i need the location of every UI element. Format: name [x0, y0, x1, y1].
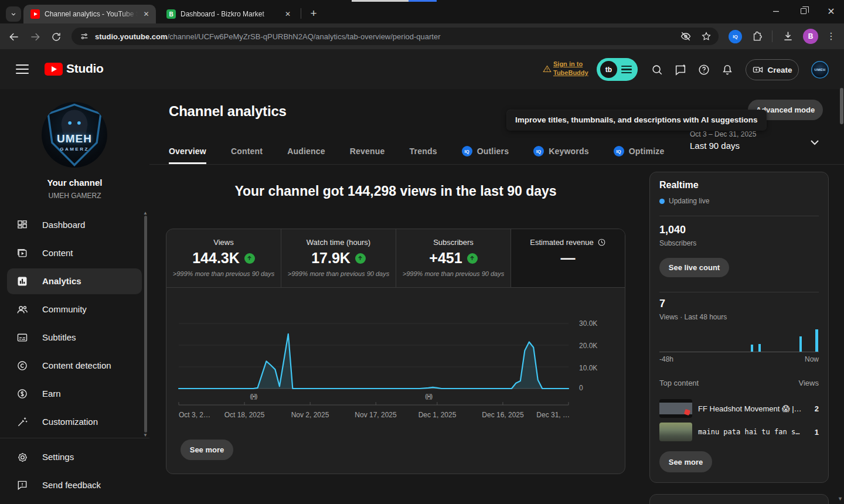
analytics-tabs: Overview Content Audience Revenue Trends… — [169, 138, 664, 164]
top-content-row[interactable]: mainu pata hai tu fan s… 1 — [659, 422, 819, 442]
back-arrow-icon — [8, 31, 20, 43]
browser-profile-avatar[interactable]: B — [803, 29, 818, 44]
restore-icon — [801, 8, 806, 14]
reload-button[interactable] — [48, 29, 64, 45]
sidebar-scroll-up-icon[interactable]: ▲ — [143, 210, 148, 216]
realtime-bar — [815, 329, 818, 352]
youtube-logo[interactable] — [45, 63, 63, 76]
channel-avatar-small[interactable]: UMEH — [811, 61, 829, 79]
tab-content[interactable]: Content — [231, 138, 263, 164]
feedback-button[interactable] — [673, 63, 688, 77]
stat-estimated-revenue[interactable]: Estimated revenue — — [511, 229, 625, 287]
y-axis-label: 0 — [579, 384, 583, 392]
trend-up-icon — [244, 253, 255, 264]
thumbnail-red-dot — [684, 409, 690, 416]
url-bar[interactable]: studio.youtube.com/channel/UCFw6PeMyZrSB… — [72, 28, 719, 45]
date-range: Oct 3 – Dec 31, 2025 — [690, 130, 756, 138]
realtime-see-more-button[interactable]: See more — [659, 451, 712, 472]
notifications-button[interactable] — [720, 63, 734, 77]
subtitles-icon — [15, 331, 29, 345]
top-content-row[interactable]: FF Headshot Movement 😱 |… 2 — [659, 399, 819, 418]
tune-icon[interactable] — [80, 32, 89, 41]
vidiq-extension-icon[interactable]: IQ — [729, 30, 742, 43]
studio-header — [0, 49, 844, 89]
live-stream-icon: ((•)) — [425, 393, 432, 400]
sidebar-item-dashboard[interactable]: Dashboard — [0, 211, 144, 239]
restore-button[interactable] — [791, 2, 816, 20]
period-selector-chevron[interactable] — [808, 135, 822, 149]
x-axis-label: Dec 31, … — [536, 411, 570, 419]
top-edge-blue-strip — [409, 0, 437, 2]
tab-audience[interactable]: Audience — [287, 138, 325, 164]
close-tab-icon[interactable]: ✕ — [283, 9, 293, 19]
close-tab-icon[interactable]: ✕ — [141, 9, 151, 19]
realtime-bar-chart[interactable] — [659, 328, 820, 352]
see-live-count-button[interactable]: See live count — [659, 258, 729, 277]
search-button[interactable] — [650, 63, 664, 77]
live-stream-icon: ((•)) — [250, 393, 257, 400]
back-button[interactable] — [6, 29, 22, 45]
divider — [659, 292, 819, 292]
sidebar-item-content-detection[interactable]: Content detection — [0, 352, 144, 380]
url-text[interactable]: studio.youtube.com/channel/UCFw6PeMyZrSB… — [95, 32, 680, 41]
downloads-button[interactable] — [782, 30, 794, 42]
page-title: Channel analytics — [169, 103, 287, 120]
sidebar-item-send-feedback[interactable]: Send feedback — [0, 471, 144, 499]
dollar-icon — [15, 387, 29, 401]
stat-row: Views 144.3K >999% more than previous 90… — [166, 229, 625, 288]
gear-icon — [15, 450, 29, 464]
tubebuddy-button[interactable]: tb — [597, 58, 638, 81]
sidebar-item-settings[interactable]: Settings — [0, 443, 144, 471]
minimize-button[interactable] — [764, 2, 788, 20]
forward-arrow-icon — [29, 31, 41, 43]
see-more-button[interactable]: See more — [181, 440, 233, 460]
sidebar-scrollbar[interactable] — [144, 216, 147, 433]
browser-tab-active[interactable]: Channel analytics - YouTube Stu ✕ — [23, 5, 156, 23]
stat-subscribers[interactable]: Subscribers +451 >999% more than previou… — [396, 229, 511, 287]
trend-up-icon — [467, 253, 478, 264]
close-window-button[interactable]: ✕ — [819, 2, 843, 20]
page-scroll-down-icon[interactable]: ▼ — [838, 496, 843, 502]
period-selector-label[interactable]: Last 90 days — [690, 141, 740, 151]
bookmark-star-icon[interactable] — [701, 31, 712, 42]
browser-tab-inactive[interactable]: B Dashboard - Bizkro Market ✕ — [159, 5, 298, 23]
magic-wand-icon — [15, 415, 29, 429]
realtime-card: Realtime Updating live 1,040 Subscribers… — [649, 172, 829, 483]
live-dot-icon — [659, 199, 665, 204]
eye-off-icon[interactable] — [680, 30, 692, 42]
sidebar-scroll-down-icon[interactable]: ▼ — [143, 433, 148, 438]
help-button[interactable] — [697, 63, 711, 77]
sidebar-item-content[interactable]: Content — [0, 239, 144, 267]
axis-left-label: -48h — [659, 355, 673, 363]
sidebar-item-subtitles[interactable]: Subtitles — [0, 323, 144, 352]
page-scrollbar-thumb[interactable] — [840, 88, 843, 124]
toolbar-divider — [772, 30, 772, 42]
stat-views[interactable]: Views 144.3K >999% more than previous 90… — [166, 229, 281, 287]
tab-keywords[interactable]: IQKeywords — [533, 138, 589, 164]
sidebar-item-earn[interactable]: Earn — [0, 380, 144, 408]
search-icon — [651, 63, 663, 76]
stat-watch-time[interactable]: Watch time (hours) 17.9K >999% more than… — [281, 229, 396, 287]
tab-trends[interactable]: Trends — [410, 138, 437, 164]
tubebuddy-signin-link[interactable]: Sign in to TubeBuddy — [553, 60, 588, 77]
sidebar-item-analytics[interactable]: Analytics — [0, 267, 144, 295]
forward-button[interactable] — [27, 29, 43, 45]
studio-brand[interactable]: Studio — [66, 62, 104, 76]
new-tab-button[interactable]: + — [305, 5, 322, 22]
browser-menu-button[interactable]: ⋮ — [826, 30, 836, 42]
tubebuddy-menu-icon — [621, 66, 632, 73]
tab-revenue[interactable]: Revenue — [350, 138, 385, 164]
sidebar-item-customization[interactable]: Customization — [0, 408, 144, 436]
sidebar-item-community[interactable]: Community — [0, 295, 144, 323]
tab-optimize[interactable]: IQOptimize — [614, 138, 665, 164]
extensions-button[interactable] — [751, 30, 763, 42]
channel-avatar-large[interactable]: UMEH GAMERZ — [42, 102, 107, 168]
tab-outliers[interactable]: IQOutliers — [462, 138, 509, 164]
top-content-label: Top content — [659, 379, 699, 387]
studio-menu-button[interactable] — [16, 64, 29, 74]
y-axis-label: 10.0K — [579, 364, 597, 372]
tab-search-button[interactable] — [6, 6, 21, 22]
vidiq-icon: IQ — [462, 146, 472, 156]
create-button[interactable]: Create — [746, 59, 799, 80]
tab-overview[interactable]: Overview — [169, 138, 206, 164]
